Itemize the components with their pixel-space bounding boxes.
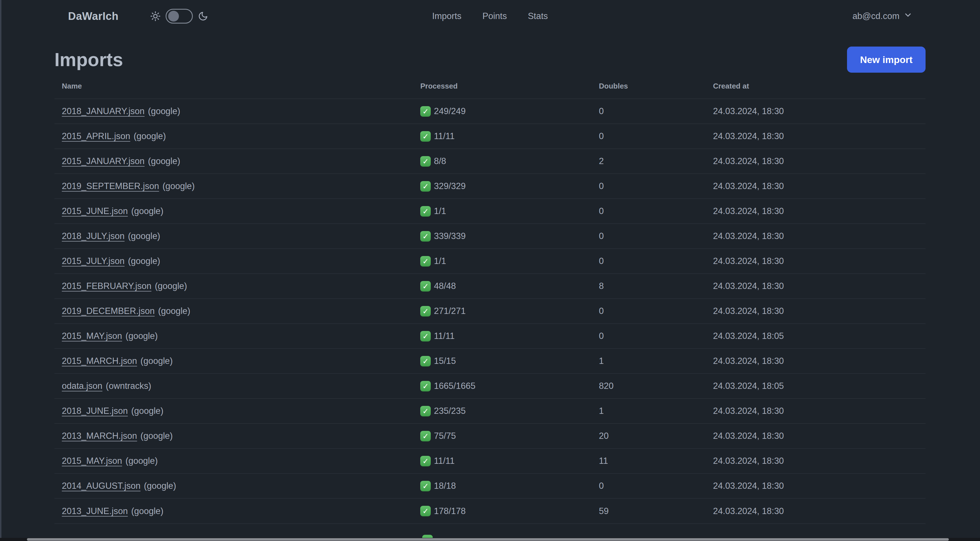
processed-count: 1/1 (434, 256, 446, 266)
nav-link-stats[interactable]: Stats (528, 11, 548, 21)
file-link[interactable]: 2019_SEPTEMBER.json (62, 181, 159, 191)
user-email: ab@cd.com (853, 11, 899, 21)
file-link[interactable]: 2015_JANUARY.json (62, 156, 145, 166)
success-check-icon: ✓ (420, 206, 431, 217)
success-check-icon: ✓ (420, 506, 431, 516)
created-at-cell: 24.03.2024, 18:30 (713, 199, 926, 223)
processed-count: 329/329 (434, 181, 466, 191)
table-row: 2015_MAY.json(google) ✓ 11/11 11 24.03.2… (54, 448, 926, 474)
processed-cell: ✓ 1665/1665 (420, 373, 599, 399)
created-at-cell: 24.03.2024, 18:30 (713, 149, 926, 174)
file-link[interactable]: 2015_MAY.json (62, 331, 122, 341)
column-header-processed: Processed (420, 77, 599, 99)
doubles-cell: 0 (599, 124, 713, 149)
file-link[interactable]: 2015_JULY.json (62, 256, 124, 266)
name-cell: 2015_MAY.json(google) (54, 324, 420, 349)
file-source: (google) (162, 181, 195, 191)
doubles-cell: 0 (599, 223, 713, 249)
file-source: (google) (148, 156, 180, 166)
created-at-cell: 24.03.2024, 18:30 (713, 498, 926, 523)
theme-toggle-group (150, 9, 208, 24)
processed-cell: ✓ 235/235 (420, 399, 599, 423)
table-row: 2013_JUNE.json(google) ✓ 178/178 59 24.0… (54, 498, 926, 523)
file-source: (google) (131, 206, 164, 216)
success-check-icon: ✓ (420, 481, 431, 492)
success-check-icon: ✓ (420, 181, 431, 192)
processed-count: 271/271 (434, 306, 466, 316)
processed-count: 75/75 (434, 431, 456, 441)
doubles-cell: 2 (599, 149, 713, 174)
success-check-icon: ✓ (420, 331, 431, 342)
file-source: (google) (126, 331, 158, 341)
created-at-cell: 24.03.2024, 18:30 (713, 423, 926, 448)
file-source: (google) (131, 406, 164, 416)
brand-logo[interactable]: DaWarIch (68, 10, 119, 22)
file-source: (google) (140, 356, 173, 366)
file-link[interactable]: 2015_FEBRUARY.json (62, 281, 151, 291)
processed-cell: ✓ 48/48 (420, 274, 599, 298)
success-check-icon: ✓ (420, 281, 431, 292)
name-cell: 2015_MAY.json(google) (54, 448, 420, 474)
table-row: 2015_FEBRUARY.json(google) ✓ 48/48 8 24.… (54, 274, 926, 298)
created-at-cell: 24.03.2024, 18:30 (713, 474, 926, 498)
name-cell: 2015_JULY.json(google) (54, 249, 420, 274)
window-bottom-edge (0, 538, 980, 541)
created-at-cell: 24.03.2024, 18:30 (713, 174, 926, 199)
name-cell: 2015_FEBRUARY.json(google) (54, 274, 420, 298)
created-at-cell: 24.03.2024, 18:30 (713, 298, 926, 324)
created-at-cell: 24.03.2024, 18:30 (713, 349, 926, 373)
file-source: (google) (131, 506, 164, 516)
processed-cell: ✓ 18/18 (420, 474, 599, 498)
file-link[interactable]: 2018_JULY.json (62, 231, 124, 241)
success-check-icon: ✓ (420, 156, 431, 167)
table-row: 2013_MARCH.json(google) ✓ 75/75 20 24.03… (54, 423, 926, 448)
file-source: (google) (155, 281, 187, 291)
doubles-cell: 1 (599, 349, 713, 373)
moon-icon (198, 11, 208, 21)
file-link[interactable]: 2013_MARCH.json (62, 431, 137, 441)
table-row: 2019_DECEMBER.json(google) ✓ 271/271 0 2… (54, 298, 926, 324)
file-source: (owntracks) (106, 381, 151, 391)
table-row: 2018_JANUARY.json(google) ✓ 249/249 0 24… (54, 99, 926, 124)
file-source: (google) (158, 306, 190, 316)
doubles-cell: 0 (599, 324, 713, 349)
nav-link-imports[interactable]: Imports (432, 11, 461, 21)
name-cell: 2018_JUNE.json(google) (54, 399, 420, 423)
user-menu[interactable]: ab@cd.com (853, 11, 912, 21)
processed-count: 11/11 (434, 131, 455, 141)
window-left-edge (0, 0, 2, 541)
nav-link-points[interactable]: Points (482, 11, 507, 21)
processed-count: 1/1 (434, 206, 446, 216)
created-at-cell: 24.03.2024, 18:30 (713, 124, 926, 149)
file-link[interactable]: 2015_APRIL.json (62, 131, 130, 141)
imports-table-body: 2018_JANUARY.json(google) ✓ 249/249 0 24… (54, 99, 926, 523)
created-at-cell: 24.03.2024, 18:30 (713, 448, 926, 474)
file-link[interactable]: 2015_MARCH.json (62, 356, 137, 366)
horizontal-scrollbar[interactable] (27, 538, 949, 541)
file-link[interactable]: 2018_JANUARY.json (62, 106, 145, 116)
doubles-cell: 1 (599, 399, 713, 423)
file-source: (google) (144, 481, 176, 491)
table-bottom-divider (54, 523, 926, 524)
table-row: 2018_JULY.json(google) ✓ 339/339 0 24.03… (54, 223, 926, 249)
file-source: (google) (126, 456, 158, 466)
file-link[interactable]: 2014_AUGUST.json (62, 481, 140, 491)
processed-cell: ✓ 271/271 (420, 298, 599, 324)
file-link[interactable]: 2015_JUNE.json (62, 206, 128, 216)
file-link[interactable]: odata.json (62, 381, 102, 391)
file-link[interactable]: 2018_JUNE.json (62, 406, 128, 416)
file-link[interactable]: 2013_JUNE.json (62, 506, 128, 516)
file-link[interactable]: 2015_MAY.json (62, 456, 122, 466)
toggle-knob (168, 11, 179, 22)
processed-count: 235/235 (434, 406, 466, 416)
processed-count: 18/18 (434, 481, 456, 491)
file-source: (google) (128, 231, 160, 241)
name-cell: 2019_DECEMBER.json(google) (54, 298, 420, 324)
processed-cell: ✓ 178/178 (420, 498, 599, 523)
new-import-button[interactable]: New import (847, 46, 926, 73)
main-content: Imports New import Name Processed Double… (0, 46, 980, 524)
name-cell: 2015_JANUARY.json(google) (54, 149, 420, 174)
created-at-cell: 24.03.2024, 18:30 (713, 99, 926, 124)
theme-toggle-switch[interactable] (165, 9, 193, 24)
file-link[interactable]: 2019_DECEMBER.json (62, 306, 154, 316)
